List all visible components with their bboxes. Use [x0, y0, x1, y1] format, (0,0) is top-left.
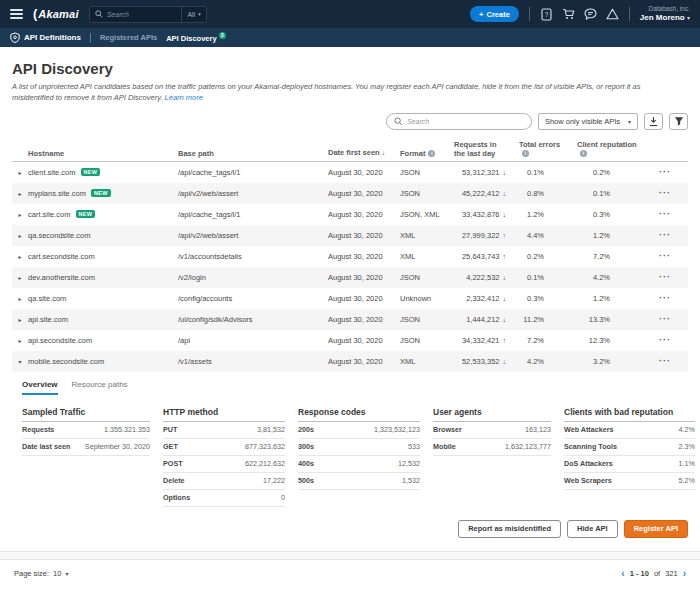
menu-icon[interactable]	[10, 7, 23, 21]
total-errors-cell: 0.1%	[506, 273, 564, 282]
download-button[interactable]	[644, 113, 663, 130]
table-row[interactable]: ▸api.site.com/ui/config/sdk/AdvisorsAugu…	[12, 309, 688, 330]
row-menu-button[interactable]: ···	[642, 356, 688, 366]
col-total-errors[interactable]: Total errorsi	[506, 140, 564, 158]
expand-icon[interactable]: ▸	[12, 190, 28, 197]
chat-icon[interactable]	[584, 8, 597, 21]
table-body: ▸client.site.comNEW/api/cache_tags/l/1Au…	[12, 162, 688, 372]
help-icon[interactable]: ?	[540, 8, 553, 21]
search-scope-dropdown[interactable]: All ▾	[181, 7, 200, 22]
expand-icon[interactable]: ▸	[12, 232, 28, 239]
account-org: Databash, inc.	[640, 5, 690, 13]
row-menu-button[interactable]: ···	[642, 335, 688, 345]
requests-cell: 1,444,212↓	[454, 315, 506, 324]
tab-registered-apis[interactable]: Registered APIs	[100, 33, 157, 42]
collapse-icon[interactable]: ▾	[12, 358, 28, 365]
detail-label: Browser	[433, 425, 462, 434]
akamai-logo[interactable]: ( Akamai	[33, 8, 79, 20]
divider	[529, 7, 530, 21]
table-row[interactable]: ▸qa.site.com/config/accountsAugust 30, 2…	[12, 288, 688, 309]
alert-icon[interactable]	[606, 8, 619, 21]
col-format[interactable]: Formati	[400, 149, 454, 158]
hostname-cell: myplans.site.comNEW	[28, 189, 178, 198]
total-errors-cell: 0.2%	[506, 252, 564, 261]
info-icon[interactable]: i	[522, 150, 529, 157]
next-page-button[interactable]: ›	[683, 569, 686, 579]
info-icon[interactable]: i	[580, 150, 587, 157]
expand-icon[interactable]: ▸	[12, 211, 28, 218]
detail-section: Clients with bad reputationWeb Attackers…	[564, 407, 695, 507]
hostname-cell: api.site.com	[28, 315, 178, 324]
top-header: ( Akamai All ▾ + Create ? Databash, inc.	[0, 0, 700, 28]
expand-icon[interactable]: ▸	[12, 295, 28, 302]
row-menu-button[interactable]: ···	[642, 272, 688, 282]
chevron-down-icon: ▾	[198, 11, 201, 17]
expand-icon[interactable]: ▸	[12, 316, 28, 323]
table-row[interactable]: ▸api.secondsite.com/apiAugust 30, 2020JS…	[12, 330, 688, 351]
info-icon[interactable]: i	[428, 150, 435, 157]
requests-value: 45,222,412	[462, 189, 500, 198]
account-menu[interactable]: Databash, inc. Jen Moreno ▾	[640, 5, 690, 22]
cart-icon[interactable]	[562, 8, 575, 21]
tab-overview[interactable]: Overview	[22, 380, 58, 395]
global-search[interactable]: All ▾	[89, 6, 207, 23]
table-row[interactable]: ▾mobile.secondsite.com/v1/assetsAugust 3…	[12, 351, 688, 372]
expand-icon[interactable]: ▸	[12, 274, 28, 281]
table-row[interactable]: ▸myplans.site.comNEW/api/v2/web/assertAu…	[12, 183, 688, 204]
create-button[interactable]: + Create	[470, 6, 519, 22]
row-menu-button[interactable]: ···	[642, 167, 688, 177]
table-search[interactable]	[386, 113, 532, 130]
learn-more-link[interactable]: Learn more	[165, 93, 203, 102]
date-first-seen-cell: August 30, 2020	[328, 315, 400, 324]
register-api-button[interactable]: Register API	[624, 520, 688, 538]
col-client-reputation[interactable]: Client reputationi	[564, 140, 642, 158]
expand-icon[interactable]: ▸	[12, 253, 28, 260]
detail-row: POST622,212,632	[163, 456, 285, 473]
expand-icon[interactable]: ▸	[12, 169, 28, 176]
col-base-path[interactable]: Base path	[178, 149, 328, 158]
detail-tabs: Overview Resource paths	[22, 380, 688, 395]
row-menu-button[interactable]: ···	[642, 188, 688, 198]
visibility-filter-value: Show only visible APIs	[545, 117, 620, 126]
visibility-filter-select[interactable]: Show only visible APIs ▾	[538, 113, 638, 130]
detail-label: Options	[163, 493, 190, 502]
page-description-text: A list of unprotected API candidates bas…	[12, 82, 640, 102]
tab-resource-paths[interactable]: Resource paths	[72, 380, 128, 395]
global-search-input[interactable]	[107, 11, 178, 18]
table-row[interactable]: ▸cart.site.comNEW/api/cache_tags/l/1Augu…	[12, 204, 688, 225]
filter-button[interactable]	[669, 113, 688, 130]
detail-value: 877,323,632	[245, 442, 285, 451]
client-reputation-cell: 12.3%	[564, 336, 642, 345]
divider	[629, 7, 630, 21]
table-row[interactable]: ▸dev.anothersite.com/v2/loginAugust 30, …	[12, 267, 688, 288]
date-first-seen-cell: August 30, 2020	[328, 357, 400, 366]
tab-api-discovery[interactable]: API Discovery3	[166, 32, 225, 43]
detail-value: 2.3%	[679, 442, 695, 451]
page-size-control[interactable]: Page size: 10 ▾	[14, 569, 68, 578]
table-search-input[interactable]	[407, 118, 524, 125]
new-badge: NEW	[76, 210, 96, 218]
col-date-first-seen[interactable]: Date first seen ↓	[328, 148, 400, 157]
table-row[interactable]: ▸client.site.comNEW/api/cache_tags/l/1Au…	[12, 162, 688, 183]
account-user: Jen Moreno	[640, 13, 685, 22]
row-menu-button[interactable]: ···	[642, 314, 688, 324]
total-pages: 321	[665, 569, 678, 578]
detail-label: Scanning Tools	[564, 442, 617, 451]
expand-icon[interactable]: ▸	[12, 337, 28, 344]
row-menu-button[interactable]: ···	[642, 209, 688, 219]
table-row[interactable]: ▸cart.secondsite.com/v1/accountsdetailsA…	[12, 246, 688, 267]
detail-value: 163,123	[525, 425, 551, 434]
search-scope-value: All	[187, 11, 195, 18]
report-misidentified-button[interactable]: Report as misidentified	[458, 520, 561, 538]
detail-row: Options0	[163, 490, 285, 507]
requests-cell: 25,643,743↑	[454, 252, 506, 261]
hide-api-button[interactable]: Hide API	[567, 520, 618, 538]
col-requests[interactable]: Requests in the last day	[454, 140, 506, 158]
row-menu-button[interactable]: ···	[642, 230, 688, 240]
row-menu-button[interactable]: ···	[642, 293, 688, 303]
table-row[interactable]: ▸qa.secondsite.com/api/v2/web/assertAugu…	[12, 225, 688, 246]
col-hostname[interactable]: Hostname	[28, 149, 178, 158]
prev-page-button[interactable]: ‹	[621, 569, 624, 579]
row-menu-button[interactable]: ···	[642, 251, 688, 261]
requests-value: 27,999,322	[462, 231, 500, 240]
